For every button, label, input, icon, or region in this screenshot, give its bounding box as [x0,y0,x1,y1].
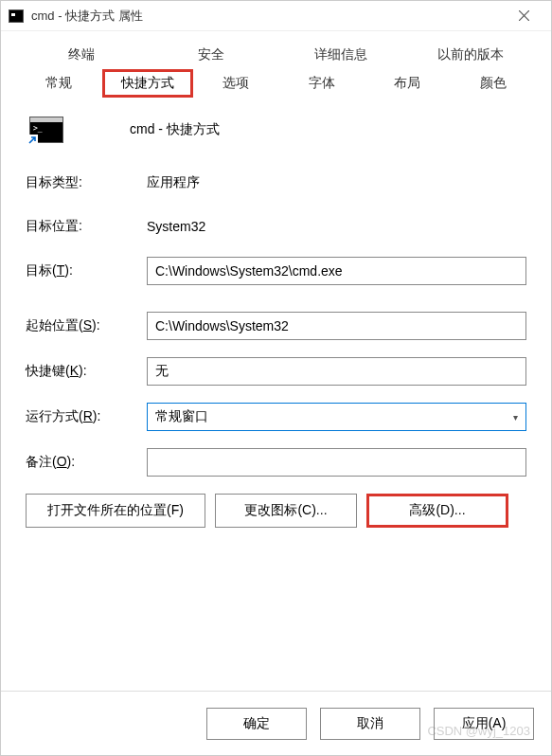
run-label: 运行方式(R): [26,408,147,425]
start-in-label: 起始位置(S): [26,317,147,334]
run-select[interactable]: 常规窗口 ▾ [147,403,526,431]
cancel-button[interactable]: 取消 [320,708,420,740]
run-row: 运行方式(R): 常规窗口 ▾ [26,403,526,431]
target-label: 目标(T): [26,262,147,279]
shortcut-icon [29,117,63,143]
ok-button[interactable]: 确定 [206,708,307,740]
target-location-row: 目标位置: System32 [26,213,526,240]
start-in-row: 起始位置(S): [26,312,526,340]
dialog-footer: 确定 取消 应用(A) CSDN @wyj_1203 [1,691,551,755]
apply-button[interactable]: 应用(A) [434,708,534,740]
shortcut-key-row: 快捷键(K): [26,357,526,386]
shortcut-tab-body: cmd - 快捷方式 目标类型: 应用程序 目标位置: System32 目标(… [16,98,536,691]
tab-shortcut[interactable]: 快捷方式 [102,69,194,98]
comment-label: 备注(O): [26,454,147,471]
target-row: 目标(T): [26,257,526,285]
advanced-button[interactable]: 高级(D)... [366,494,508,528]
action-buttons-row: 打开文件所在的位置(F) 更改图标(C)... 高级(D)... [26,494,526,528]
target-location-value: System32 [147,219,205,234]
tab-general[interactable]: 常规 [16,69,102,98]
start-in-input[interactable] [147,312,526,340]
change-icon-button[interactable]: 更改图标(C)... [215,494,357,528]
shortcut-name: cmd - 快捷方式 [130,121,220,138]
tab-options[interactable]: 选项 [193,69,279,98]
properties-dialog: cmd - 快捷方式 属性 终端 安全 详细信息 以前的版本 常规 快捷方式 选… [0,0,552,756]
comment-row: 备注(O): [26,448,526,477]
target-type-row: 目标类型: 应用程序 [26,170,526,196]
shortcut-header: cmd - 快捷方式 [26,117,526,143]
tab-previous-versions[interactable]: 以前的版本 [406,41,536,69]
tabs-row-1: 终端 安全 详细信息 以前的版本 [16,41,536,69]
tab-details[interactable]: 详细信息 [276,41,406,69]
shortcut-key-label: 快捷键(K): [26,363,147,380]
tab-terminal[interactable]: 终端 [16,41,146,69]
titlebar: cmd - 快捷方式 属性 [1,1,551,31]
target-location-label: 目标位置: [26,218,147,235]
window-title: cmd - 快捷方式 属性 [31,8,504,25]
cmd-icon [9,9,24,23]
shortcut-key-input[interactable] [147,357,526,386]
tab-font[interactable]: 字体 [279,69,365,98]
target-type-label: 目标类型: [26,174,147,191]
close-icon [519,10,529,21]
open-file-location-button[interactable]: 打开文件所在的位置(F) [26,494,205,528]
target-input[interactable] [147,257,526,285]
target-type-value: 应用程序 [147,174,200,191]
shortcut-overlay-icon [27,135,38,146]
chevron-down-icon: ▾ [513,412,518,423]
close-button[interactable] [504,3,543,29]
tabs-row-2: 常规 快捷方式 选项 字体 布局 颜色 [16,69,536,98]
tab-colors[interactable]: 颜色 [451,69,537,98]
tab-security[interactable]: 安全 [146,41,276,69]
tab-layout[interactable]: 布局 [365,69,451,98]
comment-input[interactable] [147,448,526,477]
dialog-content: 终端 安全 详细信息 以前的版本 常规 快捷方式 选项 字体 布局 颜色 cmd… [1,31,551,691]
run-value: 常规窗口 [155,408,208,425]
